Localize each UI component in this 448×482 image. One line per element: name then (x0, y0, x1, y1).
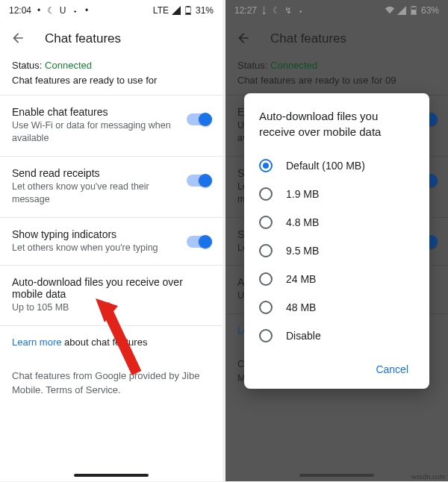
radio-label: 4.8 MB (286, 216, 319, 228)
radio-label: 48 MB (286, 301, 316, 313)
battery-icon (184, 6, 193, 15)
status-line: Status: Connected (12, 58, 211, 73)
radio-icon[interactable] (259, 187, 273, 201)
left-phone: 12:04 • ☾ U ⬩ • LTE 31% Chat features St… (0, 0, 223, 481)
content: Status: Connected Chat features are read… (0, 57, 223, 408)
setting-title: Send read receipts (12, 167, 179, 179)
setting-sub: Let others know when you're typing (12, 242, 179, 255)
dot-icon: • (82, 6, 91, 15)
radio-label: 9.5 MB (286, 245, 319, 257)
auto-download-dialog: Auto-download files you receive over mob… (244, 93, 429, 389)
radio-label: 1.9 MB (286, 188, 319, 200)
learn-more-row[interactable]: Learn more about chat features (12, 326, 211, 358)
status-sub: Chat features are ready to use for (12, 75, 211, 86)
footer-text: Chat features from Google provided by Ji… (12, 358, 211, 408)
cancel-button[interactable]: Cancel (370, 356, 414, 383)
status-bar: 12:04 • ☾ U ⬩ • LTE 31% (0, 0, 223, 21)
back-icon[interactable] (10, 31, 25, 48)
setting-sub: Up to 105 MB (12, 301, 211, 315)
radio-option[interactable]: 1.9 MB (259, 180, 414, 208)
svg-rect-2 (186, 13, 190, 15)
page-title: Chat features (45, 31, 121, 46)
setting-title: Auto-download files you receive over mob… (12, 276, 211, 300)
status-left: 12:04 • ☾ U ⬩ • (9, 5, 91, 16)
setting-auto-download[interactable]: Auto-download files you receive over mob… (12, 266, 211, 325)
toggle-switch[interactable] (187, 175, 211, 187)
radio-icon[interactable] (259, 329, 273, 342)
toggle-switch[interactable] (187, 236, 211, 248)
radio-option[interactable]: Default (100 MB) (259, 151, 414, 180)
radio-icon[interactable] (259, 216, 273, 229)
radio-option[interactable]: 9.5 MB (259, 237, 414, 265)
dialog-title: Auto-download files you receive over mob… (259, 108, 414, 140)
setting-title: Show typing indicators (12, 228, 179, 240)
notif-icon: • (34, 6, 43, 15)
status-right: LTE 31% (153, 5, 214, 16)
right-phone: 12:27 ⭣ ☾ ↯ ⬩ 63% (225, 0, 448, 481)
setting-typing-indicators[interactable]: Show typing indicators Let others know w… (12, 218, 211, 266)
learn-more-link[interactable]: Learn more (12, 337, 61, 348)
nav-bar (0, 474, 223, 477)
dialog-actions: Cancel (259, 356, 414, 383)
radio-label: 24 MB (286, 273, 316, 285)
radio-label: Disable (286, 330, 321, 342)
svg-rect-1 (187, 6, 190, 7)
toggle-switch[interactable] (187, 113, 211, 125)
radio-option[interactable]: 24 MB (259, 265, 414, 293)
clock: 12:04 (9, 5, 31, 16)
watermark: wsxdn.com (411, 473, 445, 481)
battery-pct: 31% (196, 5, 214, 16)
setting-sub: Use Wi-Fi or data for messaging when ava… (12, 119, 179, 145)
u-icon: U (58, 6, 67, 15)
nav-pill[interactable] (74, 474, 149, 477)
status-value: Connected (45, 60, 92, 71)
nav-pill[interactable] (299, 474, 374, 477)
radio-icon[interactable] (259, 244, 273, 257)
setting-read-receipts[interactable]: Send read receipts Let others know you'v… (12, 157, 211, 217)
network-label: LTE (153, 5, 169, 16)
radio-label: Default (100 MB) (286, 160, 365, 172)
dot-icon: ⬩ (70, 6, 79, 15)
app-bar: Chat features (0, 21, 223, 57)
setting-title: Enable chat features (12, 106, 179, 118)
radio-icon[interactable] (259, 272, 273, 286)
radio-option[interactable]: 4.8 MB (259, 208, 414, 237)
radio-option[interactable]: 48 MB (259, 293, 414, 322)
radio-icon[interactable] (259, 301, 273, 314)
moon-icon: ☾ (46, 6, 55, 15)
radio-icon[interactable] (259, 159, 273, 172)
signal-icon (172, 6, 181, 15)
setting-sub: Let others know you've read their messag… (12, 181, 179, 207)
radio-option[interactable]: Disable (259, 322, 414, 350)
setting-enable-chat[interactable]: Enable chat features Use Wi-Fi or data f… (12, 96, 211, 156)
